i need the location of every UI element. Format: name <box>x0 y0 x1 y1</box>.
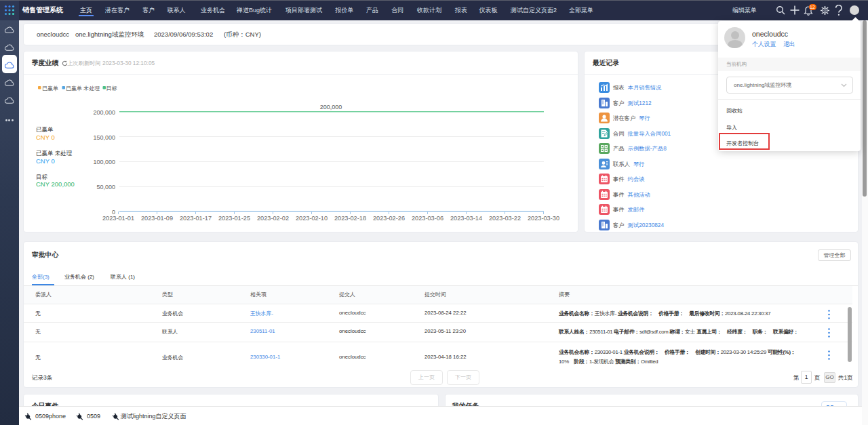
svg-text:已赢单: 已赢单 <box>42 85 58 92</box>
svg-text:CNY 0: CNY 0 <box>36 157 55 165</box>
svg-text:200,000: 200,000 <box>93 109 115 116</box>
svg-text:目标: 目标 <box>106 85 117 92</box>
svg-text:150,000: 150,000 <box>93 134 115 141</box>
svg-text:2023-01-01: 2023-01-01 <box>102 215 134 222</box>
svg-text:2023-01-09: 2023-01-09 <box>141 215 173 222</box>
svg-text:2023-01-25: 2023-01-25 <box>218 215 250 222</box>
svg-text:2023-03-30: 2023-03-30 <box>528 215 559 222</box>
svg-text:已赢单 未处理: 已赢单 未处理 <box>66 85 100 92</box>
svg-text:2023-03-14: 2023-03-14 <box>450 215 482 222</box>
svg-text:已赢单 未处理: 已赢单 未处理 <box>36 150 73 157</box>
svg-text:2023-02-26: 2023-02-26 <box>373 215 405 222</box>
svg-text:50,000: 50,000 <box>96 184 115 190</box>
svg-text:100,000: 100,000 <box>93 159 115 165</box>
svg-text:目标: 目标 <box>36 174 48 180</box>
svg-text:2023-03-22: 2023-03-22 <box>489 215 521 222</box>
svg-text:200,000: 200,000 <box>320 104 342 110</box>
svg-text:2023-02-02: 2023-02-02 <box>257 215 289 222</box>
svg-text:2023-02-10: 2023-02-10 <box>296 215 328 222</box>
svg-text:2023-02-18: 2023-02-18 <box>334 215 366 222</box>
svg-text:已赢单: 已赢单 <box>36 126 54 133</box>
svg-text:CNY 0: CNY 0 <box>36 134 55 141</box>
svg-text:2023-03-06: 2023-03-06 <box>412 215 443 222</box>
svg-text:CNY 200,000: CNY 200,000 <box>36 180 75 188</box>
svg-text:2023-01-17: 2023-01-17 <box>180 215 212 222</box>
